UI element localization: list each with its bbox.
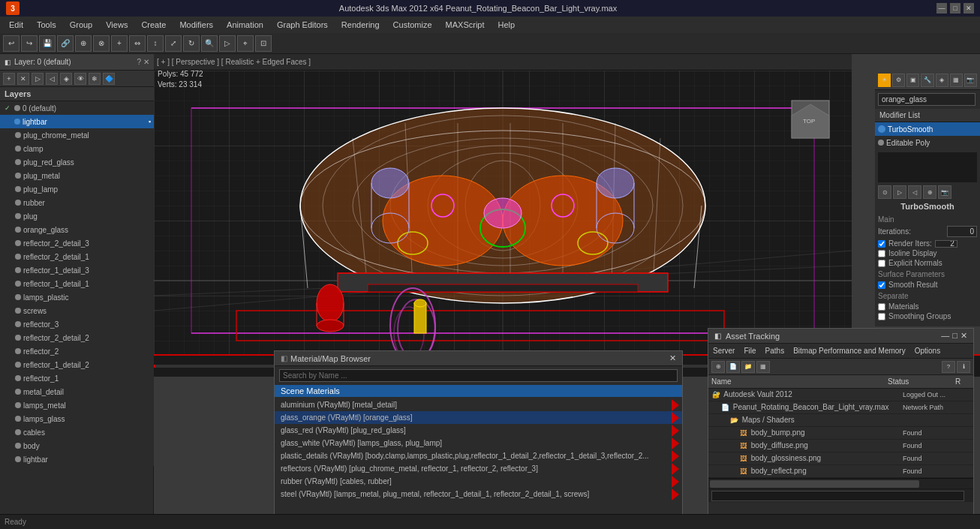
asset-scrollbar-thumb[interactable] [710, 480, 919, 488]
asset-menu-options[interactable]: Options [913, 347, 942, 355]
asset-menu-bitmap[interactable]: Bitmap Performance and Memory [792, 347, 907, 355]
layer-tb-delete[interactable]: ✕ [17, 73, 29, 85]
isoline-check[interactable] [878, 250, 885, 257]
mat-item-rubber[interactable]: rubber (VRayMtl) [cables, rubber] [275, 475, 682, 488]
toolbar-btn-2[interactable]: ↪ [21, 35, 38, 52]
menu-maxscript[interactable]: MAXScript [440, 19, 491, 31]
asset-table-body[interactable]: 🔐 Autodesk Vault 2012 Logged Out ... 📄 P… [708, 389, 973, 478]
menu-tools[interactable]: Tools [31, 19, 62, 31]
layer-item-body[interactable]: body [0, 439, 154, 452]
layer-dialog-controls[interactable]: ? ✕ [137, 58, 149, 66]
layer-item-plug-lamp[interactable]: plug_lamp [0, 182, 154, 196]
asset-tb-help[interactable]: ? [942, 361, 955, 373]
layer-item-ref2d3[interactable]: reflector_2_detail_3 [0, 236, 154, 250]
menu-rendering[interactable]: Rendering [335, 19, 386, 31]
asset-row-body-reflect[interactable]: 🖼 body_reflect.png Found [708, 465, 973, 478]
toolbar-btn-8[interactable]: ⇔ [129, 35, 146, 52]
layer-item-screws[interactable]: screws [0, 304, 154, 317]
layer-tb-frz[interactable]: ❄ [89, 73, 101, 85]
mat-item-aluminium[interactable]: aluminium (VRayMtl) [metal_detail] [275, 398, 682, 411]
props-icon-2[interactable]: ⚙ [892, 74, 905, 87]
toolbar-btn-5[interactable]: ⊕ [75, 35, 92, 52]
layer-item-ref2d2[interactable]: reflector_2_detail_2 [0, 331, 154, 344]
layer-item-metal-detail[interactable]: metal_detail [0, 385, 154, 398]
mod-tb-5[interactable]: 📷 [938, 185, 951, 199]
asset-tb-1[interactable]: ⊕ [711, 361, 725, 373]
mod-tb-4[interactable]: ⊕ [923, 185, 936, 199]
toolbar-btn-15[interactable]: ⊡ [255, 35, 272, 52]
explicit-normals-check[interactable] [878, 260, 885, 267]
minimize-btn[interactable]: — [936, 3, 947, 14]
toolbar-btn-1[interactable]: ↩ [3, 35, 20, 52]
mod-tb-1[interactable]: ⊙ [878, 185, 891, 199]
asset-row-body-gloss[interactable]: 🖼 body_glossiness.png Found [708, 452, 973, 465]
props-icon-4[interactable]: 🔧 [921, 74, 933, 87]
title-controls[interactable]: — □ ✕ [936, 3, 974, 14]
mod-tb-2[interactable]: ▷ [893, 185, 906, 199]
layer-item-lamps-metal[interactable]: lamps_metal [0, 398, 154, 412]
toolbar-btn-11[interactable]: ↻ [183, 35, 200, 52]
layer-item-ref1d1[interactable]: reflector_1_detail_1 [0, 277, 154, 290]
layer-tb-sel[interactable]: ◈ [60, 73, 72, 85]
menu-graph-editors[interactable]: Graph Editors [271, 19, 334, 31]
asset-menu-server[interactable]: Server [711, 347, 736, 355]
layer-tb-add[interactable]: ▷ [32, 73, 44, 85]
layer-item-plug-metal[interactable]: plug_metal [0, 169, 154, 182]
asset-tracking-close-btn[interactable]: ✕ [960, 331, 967, 341]
smoothing-groups-check[interactable] [878, 313, 885, 320]
layer-item-ref1d2[interactable]: reflector_1_detail_2 [0, 358, 154, 371]
mat-browser-close-btn[interactable]: ✕ [669, 353, 676, 363]
smooth-result-check[interactable] [878, 281, 885, 289]
menu-views[interactable]: Views [100, 19, 134, 31]
asset-row-body-diffuse[interactable]: 🖼 body_diffuse.png Found [708, 440, 973, 452]
layer-item-default[interactable]: ✓ 0 (default) [0, 101, 154, 115]
mat-item-glass-red[interactable]: glass_red (VRayMtl) [plug_red_glass] [275, 424, 682, 437]
asset-menu-file[interactable]: File [742, 347, 757, 355]
layer-tb-remove[interactable]: ◁ [46, 73, 58, 85]
asset-tracking-maximize[interactable]: □ [952, 331, 957, 341]
props-icon-camera[interactable]: 📷 [964, 74, 977, 87]
layer-item-lamps-glass[interactable]: lamps_glass [0, 412, 154, 425]
menu-animation[interactable]: Animation [221, 19, 269, 31]
asset-tb-3[interactable]: 📁 [741, 361, 755, 373]
toolbar-btn-10[interactable]: ⤢ [165, 35, 182, 52]
layer-help-btn[interactable]: ? [137, 58, 141, 66]
menu-create[interactable]: Create [135, 19, 172, 31]
menu-help[interactable]: Help [492, 19, 522, 31]
layer-item-ref2[interactable]: reflector_2 [0, 344, 154, 358]
layer-item-lightbar2[interactable]: lightbar [0, 452, 154, 466]
toolbar-btn-link[interactable]: 🔗 [57, 35, 74, 52]
mat-item-glass-white[interactable]: glass_white (VRayMtl) [lamps_glass, plug… [275, 437, 682, 449]
layer-item-ref2d1[interactable]: reflector_2_detail_1 [0, 250, 154, 263]
asset-search-input[interactable] [711, 491, 964, 501]
layer-item-plug-red[interactable]: plug_red_glass [0, 155, 154, 169]
layer-item-orange-glass[interactable]: orange_glass [0, 223, 154, 236]
layer-tb-new[interactable]: + [3, 73, 15, 85]
materials-check[interactable] [878, 303, 885, 311]
mat-item-steel[interactable]: steel (VRayMtl) [lamps_metal, plug_metal… [275, 488, 682, 500]
render-iters-check[interactable] [878, 240, 885, 248]
toolbar-btn-3[interactable]: 💾 [39, 35, 56, 52]
toolbar-btn-7[interactable]: + [111, 35, 128, 52]
layer-item-ref1d3[interactable]: reflector_1_detail_3 [0, 263, 154, 277]
layer-item-cables[interactable]: cables [0, 425, 154, 439]
asset-tracking-controls[interactable]: — □ ✕ [941, 331, 967, 341]
render-iters-input[interactable] [935, 240, 957, 248]
material-search-input[interactable] [279, 369, 678, 382]
material-list[interactable]: aluminium (VRayMtl) [metal_detail] glass… [275, 398, 682, 500]
asset-row-body-bump[interactable]: 🖼 body_bump.png Found [708, 427, 973, 440]
menu-group[interactable]: Group [64, 19, 99, 31]
asset-tracking-minimize[interactable]: — [941, 331, 949, 341]
layer-close-btn[interactable]: ✕ [143, 58, 149, 66]
mat-item-glass-orange[interactable]: glass_orange (VRayMtl) [orange_glass] [275, 411, 682, 424]
mat-item-plastic-details[interactable]: plastic_details (VRayMtl) [body,clamp,la… [275, 449, 682, 462]
props-icon-5[interactable]: ◈ [936, 74, 948, 87]
iterations-input[interactable] [947, 226, 977, 237]
toolbar-btn-9[interactable]: ↕ [147, 35, 164, 52]
asset-row-vault[interactable]: 🔐 Autodesk Vault 2012 Logged Out ... [708, 389, 973, 401]
material-name-input[interactable] [878, 93, 975, 106]
asset-row-maps[interactable]: 📂 Maps / Shaders [708, 414, 973, 427]
asset-horizontal-scrollbar[interactable] [708, 478, 973, 488]
toolbar-btn-6[interactable]: ⊗ [93, 35, 110, 52]
menu-customize[interactable]: Customize [387, 19, 438, 31]
